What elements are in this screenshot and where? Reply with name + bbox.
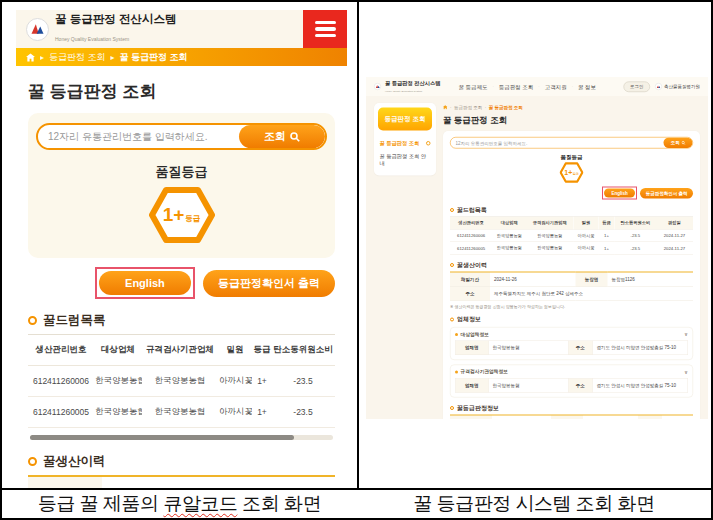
company-row: 업체명 한국양봉농협 주소 경기도 안성시 미양면 안성맞춤길 75-10	[455, 378, 688, 392]
drum-list-section-title: 꿀드럼목록	[28, 312, 335, 329]
distribution-number-input[interactable]	[38, 125, 239, 148]
login-button[interactable]: 로그인	[624, 81, 651, 92]
chevron-down-icon[interactable]: ∨	[684, 332, 688, 338]
document-figure: 꿀 등급판정 전산시스템 Honey Quality Evaluation Sy…	[0, 0, 713, 520]
grade-hexagon-badge: 1+등급	[149, 186, 215, 244]
home-icon[interactable]	[26, 53, 35, 62]
grade-info-value: 612411260006	[492, 415, 551, 419]
company-label: 주소	[568, 341, 592, 355]
grade-info-value: 아까시	[583, 415, 638, 419]
desktop-top-nav: 꿀 등급판정 전산시스템 Honey Quality Evaluation Sy…	[366, 77, 708, 96]
hamburger-icon	[315, 21, 336, 25]
breadcrumb-item-current: 꿀 등급판정 조회	[489, 104, 523, 111]
drum-table-header-row: 생산관리번호 대상업체 규격검사기관업체 밀원 등급 탄소동위원소비 판정일	[450, 217, 693, 230]
history-row: 채밀기간 2024-11-26 농장명 농장명1126	[450, 272, 693, 286]
app-title-block: 꿀 등급판정 전산시스템 Honey Quality Evaluation Sy…	[55, 13, 176, 44]
search-icon	[681, 141, 685, 145]
app-title-block: 꿀 등급판정 전산시스템 Honey Quality Evaluation Sy…	[385, 81, 440, 93]
section-bullet-icon	[28, 457, 37, 466]
sidebar-item-honey-grade-lookup[interactable]: 꿀 등급판정 조회	[378, 137, 432, 150]
english-button[interactable]: English	[99, 271, 191, 295]
section-bullet-icon	[450, 406, 454, 410]
section-bullet-icon	[450, 263, 454, 267]
org-logo-icon	[655, 83, 662, 90]
main-content: · 등급판정 조회 · 꿀 등급판정 조회 꿀 등급판정 조회 조회	[443, 103, 700, 419]
drum-table: 생산관리번호 대상업체 규격검사기관업체 밀원 등급 탄소동위원소비 판정일 6…	[450, 217, 693, 255]
grade-info-label: 생산관리번호	[450, 415, 492, 419]
nav-item-grade-system[interactable]: 꿀 등급제도	[458, 83, 487, 91]
history-value: 2024-11-26	[490, 272, 576, 286]
target-company-card: 대상업체정보 ∨ 업체명 한국양봉농협 주소 경기도 안성시 미양면 안성맞춤길…	[450, 327, 693, 360]
breadcrumb-item[interactable]: 등급판정 조회	[454, 104, 482, 111]
action-buttons-row: English 등급판정확인서 출력	[450, 187, 693, 200]
company-value: 경기도 안성시 미양면 안성맞춤길 75-10	[592, 378, 688, 392]
history-label: 채밀기간	[450, 272, 490, 286]
target-company-header: 대상업체정보 ∨	[455, 331, 688, 338]
nav-separator: ·	[572, 84, 573, 89]
grade-info-section-title: 꿀등급판정정보	[450, 404, 693, 413]
action-buttons-row: English 등급판정확인서 출력	[28, 267, 335, 299]
section-bullet-icon	[450, 208, 454, 212]
hamburger-menu-button[interactable]	[303, 10, 347, 48]
mobile-app-header: 꿀 등급판정 전산시스템 Honey Quality Evaluation Sy…	[16, 10, 347, 48]
chevron-down-icon[interactable]: ∨	[684, 369, 688, 375]
search-button[interactable]: 조회	[664, 138, 693, 149]
main-nav: 꿀 등급제도 · 등급판정 조회 · 고객지원 · 꿀 정보	[458, 83, 596, 91]
nav-item-grade-lookup[interactable]: 등급판정 조회	[499, 83, 534, 91]
grade-info-row: 생산관리번호 612411260006 대상밀원 아까시 등급 1+	[450, 415, 693, 419]
production-history-section-title: 꿀생산이력	[450, 261, 693, 270]
history-value: 제주특별자치도 제주시 첨단로 242 상세주소	[490, 286, 693, 300]
english-button[interactable]: English	[604, 189, 635, 198]
nav-separator: ·	[538, 84, 539, 89]
production-history-section-title: 꿀생산이력	[28, 453, 335, 470]
grade-info-value: 1+	[662, 415, 693, 419]
company-value: 한국양봉농협	[488, 378, 568, 392]
nav-item-honey-info[interactable]: 꿀 정보	[578, 83, 596, 91]
subsection-bullet-icon	[455, 370, 458, 373]
org-name: 축산물품질평가원	[664, 83, 700, 90]
sidebar-title: 등급판정 조회	[378, 108, 432, 131]
drum-table-viewport: 생산관리번호 대상업체 규격검사기관업체 밀원 등급 탄소동위원소비 판정일 6…	[28, 334, 335, 428]
company-info-section-title: 업체정보	[450, 315, 693, 324]
home-icon[interactable]	[443, 105, 448, 110]
scrollbar-thumb[interactable]	[30, 435, 294, 440]
drum-table-row: 612411260006 한국양봉농협 한국양봉농협 아까시꽃 1+ -23.5…	[28, 366, 335, 397]
inspection-agency-header: 규격검사기관업체정보 ∨	[455, 369, 688, 376]
history-row: 주소 제주특별자치도 제주시 첨단로 242 상세주소	[450, 286, 693, 300]
grade-value: 1+	[163, 204, 185, 226]
breadcrumb-item[interactable]: 등급판정 조회	[49, 51, 106, 64]
section-bullet-icon	[450, 317, 454, 321]
breadcrumb-separator: ▸	[111, 53, 115, 62]
print-certificate-button[interactable]: 등급판정확인서 출력	[640, 188, 693, 199]
drum-table-row: 612411260006 한국양봉농협 한국양봉농협 아까시꽃 1+ -23.5…	[450, 229, 693, 242]
subsection-bullet-icon	[455, 333, 458, 336]
mobile-body: 꿀 등급판정 조회 조회 품질등급 1+등급	[16, 66, 347, 520]
inspection-agency-card: 규격검사기관업체정보 ∨ 업체명 한국양봉농협 주소 경기도 안성시 미양면 안…	[450, 365, 693, 398]
company-row: 업체명 한국양봉농협 주소 경기도 안성시 미양면 안성맞춤길 75-10	[455, 341, 688, 355]
drum-table: 생산관리번호 대상업체 규격검사기관업체 밀원 등급 탄소동위원소비 판정일 6…	[28, 335, 335, 428]
print-certificate-button[interactable]: 등급판정확인서 출력	[203, 270, 335, 297]
quality-grade-label: 품질등급	[36, 163, 327, 181]
search-button[interactable]: 조회	[239, 125, 325, 148]
grade-unit: 등급	[573, 172, 579, 177]
drum-table-header-row: 생산관리번호 대상업체 규격검사기관업체 밀원 등급 탄소동위원소비 판정일	[28, 335, 335, 366]
quality-grade-label: 품질등급	[450, 153, 693, 161]
breadcrumb-separator: ·	[485, 105, 487, 110]
grade-info-table: 생산관리번호 612411260006 대상밀원 아까시 등급 1+	[450, 415, 693, 420]
active-ring-icon	[426, 141, 431, 146]
lookup-card: 조회 품질등급 1+등급	[443, 131, 700, 419]
drum-table-row: 612411260005 한국양봉농협 한국양봉농협 아까시꽃 1+ -23.5…	[450, 242, 693, 255]
grade-unit: 등급	[185, 214, 200, 224]
app-logo-icon	[26, 18, 49, 41]
drum-list-section-title: 꿀드럼목록	[450, 206, 693, 215]
nav-item-support[interactable]: 고객지원	[545, 83, 567, 91]
distribution-number-input[interactable]	[451, 138, 664, 149]
app-subtitle: Honey Quality Evaluation System	[55, 36, 129, 42]
breadcrumb-separator: ▸	[40, 53, 44, 62]
english-button-highlight-box: English	[602, 187, 637, 200]
page-title: 꿀 등급판정 조회	[443, 115, 700, 127]
sidebar-item-lookup-guide[interactable]: 꿀 등급판정 조회 안내	[378, 150, 432, 170]
history-footnote: ※ 생산이력은 등급판정 신청시 양봉농가가 작성하는 정보입니다.	[450, 304, 693, 310]
grade-info-label: 등급	[638, 415, 662, 419]
company-value: 한국양봉농협	[488, 341, 568, 355]
